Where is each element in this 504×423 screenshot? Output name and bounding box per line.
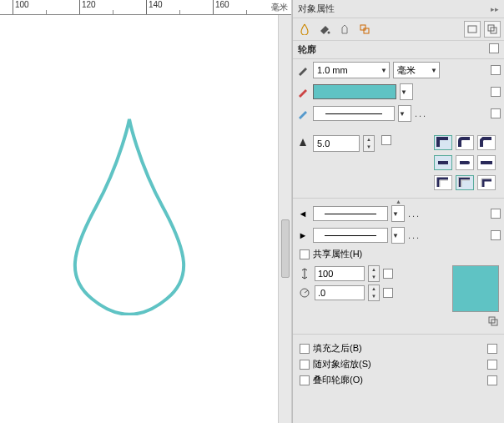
svg-point-0 [328, 32, 330, 34]
style-reset[interactable] [491, 108, 501, 118]
line-style-icon [296, 107, 310, 120]
miter-spinner[interactable]: ▲▼ [363, 135, 375, 152]
outline-width-value: 1.0 mm [317, 65, 348, 75]
angle-spinner[interactable]: ▲▼ [368, 285, 380, 301]
pen-width-icon [296, 63, 310, 77]
overprint-outline-label: 叠印轮廓(O) [313, 374, 363, 386]
overprint-reset[interactable] [487, 375, 497, 385]
miter-icon [296, 135, 310, 149]
arrow-end-reset[interactable] [491, 230, 501, 240]
panel-menu-icon[interactable]: ▸▸ [491, 5, 499, 13]
outline-color-swatch[interactable] [313, 84, 396, 99]
miter-limit-field[interactable]: 5.0 [313, 135, 360, 152]
overprint-outline-checkbox[interactable] [300, 375, 310, 385]
corner-bevel[interactable] [477, 135, 496, 150]
ruler-tick: 120 [79, 0, 96, 15]
angle-field[interactable]: .0 [315, 285, 365, 300]
miter-limit-value: 5.0 [317, 138, 330, 149]
share-attributes-checkbox[interactable] [300, 249, 310, 259]
ruler-horizontal[interactable]: 100 120 140 160 毫米 [0, 0, 291, 15]
line-style-combo[interactable] [313, 106, 395, 121]
effects-tab-icon[interactable] [356, 21, 373, 38]
color-dropdown[interactable]: ▼ [400, 83, 413, 100]
scale-with-object-label: 随对象缩放(S) [313, 358, 371, 370]
line-style-dropdown[interactable]: ▼ [398, 105, 411, 122]
svg-rect-9 [481, 161, 492, 164]
ruler-tick: 160 [213, 0, 229, 15]
section-title: 轮廓 [298, 43, 316, 56]
corner-round[interactable] [456, 135, 474, 150]
ruler-tick: 100 [13, 0, 29, 15]
outline-unit-combo[interactable]: 毫米 ▼ [393, 62, 440, 78]
arrow-end-more[interactable]: ... [408, 230, 421, 240]
miter-reset[interactable] [381, 135, 391, 145]
svg-rect-6 [438, 161, 448, 164]
outline-tab-icon[interactable] [296, 21, 313, 38]
section-toggle[interactable] [489, 43, 499, 53]
angle-value: .0 [318, 288, 325, 298]
drawing-canvas[interactable] [0, 15, 291, 423]
property-tabs [293, 18, 504, 41]
section-separator[interactable] [293, 198, 504, 203]
stretch-spinner[interactable]: ▲▼ [368, 265, 380, 282]
canvas-area: 100 120 140 160 毫米 [0, 0, 292, 423]
stretch-reset[interactable] [383, 269, 393, 279]
fill-tab-icon[interactable] [316, 21, 333, 38]
svg-rect-2 [364, 28, 369, 33]
arrow-start-combo[interactable] [313, 206, 388, 221]
arrow-start-more[interactable]: ... [408, 209, 421, 219]
outline-width-combo[interactable]: 1.0 mm ▼ [313, 62, 390, 78]
behind-fill-reset[interactable] [487, 344, 497, 354]
corner-cap-grid [434, 135, 501, 192]
corner-miter[interactable] [434, 135, 452, 150]
arrow-end-icon: ► [296, 229, 310, 242]
angle-icon [298, 286, 311, 300]
teardrop-shape[interactable] [58, 115, 200, 315]
arrow-end-dropdown[interactable]: ▼ [391, 227, 405, 244]
svg-rect-3 [468, 26, 476, 33]
nib-preview-swatch[interactable] [452, 265, 499, 312]
behind-fill-label: 填充之后(B) [313, 342, 362, 355]
transparency-tab-icon[interactable] [336, 21, 353, 38]
behind-fill-checkbox[interactable] [300, 344, 310, 354]
scale-with-object-checkbox[interactable] [300, 360, 310, 370]
width-reset[interactable] [491, 65, 501, 75]
pos-center[interactable] [456, 175, 474, 190]
outline-unit-value: 毫米 [397, 64, 416, 77]
stretch-icon [298, 267, 311, 280]
svg-rect-1 [360, 25, 365, 30]
object-properties-panel: 对象属性 ▸▸ 轮廓 1.0 mm ▼ [292, 0, 504, 423]
stretch-value: 100 [318, 269, 333, 279]
pen-color-icon [296, 85, 310, 98]
arrow-start-dropdown[interactable]: ▼ [391, 205, 405, 222]
stretch-field[interactable]: 100 [315, 266, 365, 281]
arrow-end-combo[interactable] [313, 228, 388, 243]
line-style-more[interactable]: ... [415, 108, 427, 118]
cap-round[interactable] [456, 155, 474, 170]
cap-square[interactable] [477, 155, 496, 170]
svg-point-8 [466, 161, 470, 164]
ruler-tick: 140 [146, 0, 163, 15]
angle-reset[interactable] [383, 288, 393, 298]
arrow-start-icon: ◄ [296, 207, 310, 220]
canvas-scrollbar[interactable] [278, 15, 291, 423]
color-reset[interactable] [491, 87, 501, 97]
pos-outside[interactable] [434, 175, 452, 190]
options-icon[interactable] [484, 21, 501, 38]
arrow-start-reset[interactable] [491, 209, 501, 219]
share-attributes-label: 共享属性(H) [313, 248, 362, 260]
panel-title: 对象属性 [298, 3, 335, 15]
scrollbar-thumb[interactable] [281, 219, 290, 278]
ruler-unit: 毫米 [271, 2, 288, 13]
dock-icon[interactable] [464, 21, 481, 38]
scale-reset[interactable] [487, 360, 497, 370]
nib-options-icon[interactable] [487, 315, 499, 327]
cap-butt[interactable] [434, 155, 452, 170]
pos-inside[interactable] [477, 175, 496, 190]
